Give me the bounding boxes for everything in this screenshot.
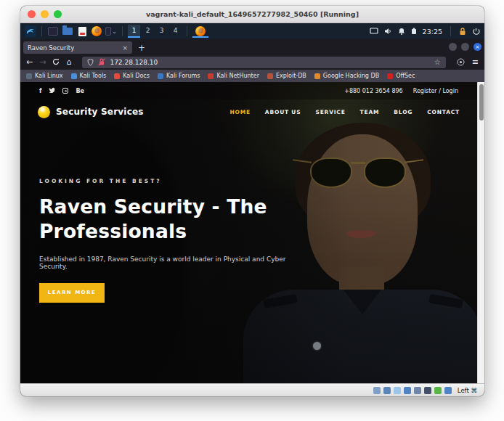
social-links: f Be — [39, 87, 84, 94]
close-icon[interactable]: × — [473, 43, 481, 51]
network-icon[interactable] — [394, 387, 401, 394]
power-icon[interactable] — [472, 28, 480, 36]
bookmark-favicon — [158, 73, 163, 79]
behance-icon[interactable]: Be — [76, 88, 84, 94]
hero-subtitle: Established in 1987, Raven Security is a… — [39, 256, 286, 270]
maximize-icon[interactable] — [461, 43, 469, 51]
url-text[interactable]: 172.28.128.10 — [110, 59, 429, 66]
tracking-shield-icon[interactable] — [87, 55, 94, 69]
bookmark-favicon — [314, 73, 320, 79]
firefox-tabbar: Raven Security × + × — [20, 39, 484, 54]
notifications-bell-icon[interactable] — [398, 28, 405, 35]
back-button[interactable]: ← — [26, 58, 33, 66]
scrollbar-thumb[interactable] — [479, 84, 484, 120]
bookmark-kali-nethunter[interactable]: Kali NetHunter — [208, 73, 259, 79]
display-tray-icon[interactable] — [370, 28, 378, 35]
terminal-dropdown-icon[interactable]: ⌄ — [105, 25, 117, 37]
panel-separator — [450, 26, 451, 36]
bookmark-kali-docs[interactable]: Kali Docs — [114, 73, 150, 79]
nav-home[interactable]: HOME — [229, 109, 250, 115]
firefox-launcher-icon[interactable] — [91, 25, 102, 37]
forward-button[interactable]: → — [39, 58, 46, 66]
nav-team[interactable]: TEAM — [360, 109, 380, 115]
insecure-lock-icon[interactable] — [98, 55, 105, 69]
site-topbar: f Be +880 012 3654 896 Register / Login — [20, 82, 477, 99]
bookmarks-toolbar: Kali Linux Kali Tools Kali Docs Kali For… — [20, 70, 484, 82]
shared-folder-icon[interactable] — [414, 387, 421, 394]
raven-security-page: f Be +880 012 3654 896 Register / Login … — [20, 82, 477, 383]
bookmark-offsec[interactable]: OffSec — [387, 73, 415, 79]
panel-separator — [187, 26, 187, 36]
battery-icon[interactable] — [411, 28, 417, 35]
facebook-icon[interactable]: f — [39, 88, 41, 94]
terminal-launcher-icon[interactable] — [47, 25, 59, 37]
text-editor-icon[interactable] — [76, 25, 88, 37]
register-login-link[interactable]: Register / Login — [413, 88, 458, 94]
volume-icon[interactable] — [384, 28, 392, 35]
bookmark-kali-forums[interactable]: Kali Forums — [158, 73, 200, 79]
bookmark-star-icon[interactable]: ☆ — [434, 58, 441, 66]
page-scrollbar[interactable] — [477, 82, 484, 383]
menu-hamburger-icon[interactable]: ≡ — [472, 58, 479, 66]
firefox-window-controls: × — [449, 43, 481, 51]
vm-window-title: vagrant-kali_default_1649657277982_50460… — [20, 10, 484, 18]
reload-button[interactable] — [52, 58, 60, 67]
panel-clock[interactable]: 23:25 — [423, 28, 442, 36]
firefox-icon — [195, 26, 206, 36]
nav-service[interactable]: SERVICE — [315, 109, 345, 115]
file-manager-icon[interactable] — [62, 25, 73, 37]
new-tab-button[interactable]: + — [138, 43, 145, 53]
browser-tab[interactable]: Raven Security × — [23, 41, 132, 54]
kali-menu-icon[interactable] — [25, 25, 36, 37]
nav-blog[interactable]: BLOG — [394, 109, 412, 115]
brand-name: Security Services — [56, 107, 144, 117]
taskbar-firefox-window[interactable] — [192, 25, 208, 38]
minimize-icon[interactable] — [449, 43, 457, 51]
bookmark-favicon — [267, 73, 273, 79]
workspace-switcher: 1 2 3 4 — [128, 25, 182, 38]
bookmark-favicon — [71, 73, 77, 79]
nav-about-us[interactable]: ABOUT US — [265, 109, 301, 115]
workspace-3[interactable]: 3 — [155, 25, 168, 38]
mouse-integration-icon[interactable] — [444, 387, 452, 394]
host-key-label: Left ⌘ — [458, 387, 477, 394]
instagram-icon[interactable] — [62, 88, 68, 94]
bookmark-favicon — [114, 73, 120, 79]
nav-contact[interactable]: CONTACT — [427, 109, 460, 115]
site-brand[interactable]: Security Services — [38, 106, 144, 118]
tab-title: Raven Security — [28, 44, 118, 52]
workspace-4[interactable]: 4 — [169, 25, 182, 38]
panel-separator — [122, 26, 123, 36]
recording-icon[interactable] — [434, 387, 442, 394]
hero-kicker: LOOKING FOR THE BEST? — [39, 178, 286, 184]
lock-screen-icon[interactable] — [459, 28, 466, 36]
firefox-navbar: ← → ⌂ 172.28.128.10 ☆ ≡ — [20, 54, 484, 70]
workspace-2[interactable]: 2 — [142, 25, 154, 38]
learn-more-button[interactable]: LEARN MORE — [39, 283, 105, 303]
brand-logo-icon — [38, 106, 50, 118]
url-bar[interactable]: 172.28.128.10 ☆ — [82, 57, 445, 68]
panel-separator — [41, 26, 42, 36]
bookmark-kali-tools[interactable]: Kali Tools — [71, 73, 107, 79]
twitter-icon[interactable] — [49, 87, 55, 94]
bookmark-favicon — [208, 73, 214, 79]
hard-disk-icon[interactable] — [373, 387, 381, 394]
display-icon[interactable] — [424, 387, 431, 394]
bookmark-favicon — [387, 73, 393, 79]
close-tab-icon[interactable]: × — [122, 44, 128, 52]
optical-drive-icon[interactable] — [383, 387, 391, 394]
bookmark-kali-linux[interactable]: Kali Linux — [26, 73, 63, 79]
bookmark-exploit-db[interactable]: Exploit-DB — [267, 73, 306, 79]
extension-icon[interactable] — [457, 55, 465, 69]
usb-icon[interactable] — [404, 387, 411, 394]
home-button[interactable]: ⌂ — [66, 58, 71, 66]
workspace-1[interactable]: 1 — [128, 25, 140, 38]
site-nav: HOME ABOUT US SERVICE TEAM BLOG CONTACT — [229, 109, 460, 115]
site-header: Security Services HOME ABOUT US SERVICE … — [20, 99, 477, 124]
hero-title: Raven Security - The Professionals — [39, 195, 286, 244]
macos-titlebar: vagrant-kali_default_1649657277982_50460… — [20, 6, 484, 23]
phone-number: +880 012 3654 896 — [344, 88, 403, 94]
virtualbox-vm-window: vagrant-kali_default_1649657277982_50460… — [20, 6, 484, 396]
hero-section: LOOKING FOR THE BEST? Raven Security - T… — [39, 178, 286, 303]
bookmark-google-hacking-db[interactable]: Google Hacking DB — [314, 73, 379, 79]
